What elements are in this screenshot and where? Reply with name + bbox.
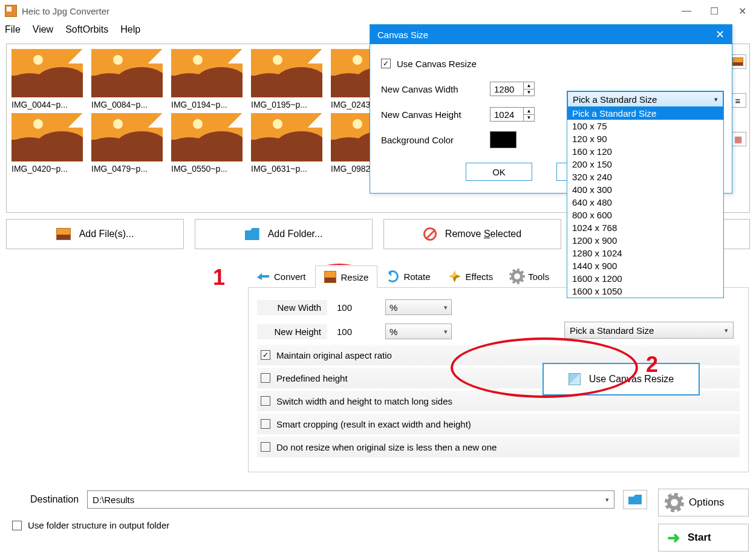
folder-structure-checkbox[interactable] xyxy=(12,521,22,530)
destination-row: Destination D:\Results xyxy=(30,490,647,509)
thumbnail[interactable]: IMG_0044~p... xyxy=(11,49,83,109)
canvas-width-input[interactable] xyxy=(490,82,524,96)
destination-select[interactable]: D:\Results xyxy=(87,490,614,509)
use-canvas-resize-button[interactable]: Use Canvas Resize xyxy=(543,363,700,396)
thumbnail[interactable]: IMG_0084~p... xyxy=(91,49,163,109)
thumbnail-label: IMG_0550~p... xyxy=(171,161,243,174)
canvas-height-label: New Canvas Height xyxy=(381,109,490,120)
height-unit-select[interactable]: % xyxy=(385,324,452,339)
maintain-aspect-checkbox[interactable] xyxy=(261,350,270,360)
thumbnail-label: IMG_0195~p... xyxy=(251,97,322,109)
switch-wh-checkbox[interactable] xyxy=(261,396,270,406)
thumbnail-label: IMG_0084~p... xyxy=(91,97,163,109)
folder-structure-row[interactable]: Use folder structure in output folder xyxy=(12,520,169,530)
thumbnail[interactable]: IMG_0550~p... xyxy=(171,113,243,174)
annotation-2: 2 xyxy=(646,352,658,377)
annotation-1: 1 xyxy=(213,265,225,290)
dropdown-option[interactable]: 400 x 300 xyxy=(567,183,723,196)
bg-color-swatch[interactable] xyxy=(490,131,516,148)
thumbnail[interactable]: IMG_0195~p... xyxy=(251,49,322,109)
dropdown-option[interactable]: Pick a Standard Size xyxy=(567,107,723,120)
dropdown-option[interactable]: 200 x 150 xyxy=(567,158,723,171)
thumbnail-label: IMG_0420~p... xyxy=(11,161,83,174)
add-files-label: Add File(s)... xyxy=(79,229,134,239)
options-button[interactable]: Options xyxy=(658,489,749,516)
thumbnail-label: IMG_0044~p... xyxy=(11,97,83,109)
effects-icon xyxy=(449,270,461,282)
resize-panel: New Width 100 % New Height 100 % Pick a … xyxy=(248,288,749,472)
smart-crop-checkbox[interactable] xyxy=(261,419,270,429)
dropdown-option[interactable]: 160 x 120 xyxy=(567,145,723,158)
dropdown-option[interactable]: 1280 x 1024 xyxy=(567,247,723,259)
dropdown-head[interactable]: Pick a Standard Size xyxy=(567,91,723,107)
tools-icon xyxy=(511,270,523,282)
remove-selected-button[interactable]: Remove Selected xyxy=(383,219,561,249)
new-width-label: New Width xyxy=(257,300,327,315)
destination-browse-button[interactable] xyxy=(623,490,647,509)
dialog-title-bar[interactable]: Canvas Size ✕ xyxy=(370,25,732,44)
app-icon xyxy=(5,5,17,17)
new-height-value[interactable]: 100 xyxy=(337,327,385,337)
spin-down-icon[interactable]: ▼ xyxy=(524,115,534,122)
dropdown-option[interactable]: 120 x 90 xyxy=(567,132,723,145)
thumbnail-label: IMG_0479~p... xyxy=(91,161,163,174)
new-width-value[interactable]: 100 xyxy=(337,302,385,313)
close-button[interactable]: ✕ xyxy=(728,2,756,20)
thumbnail-label: IMG_0194~p... xyxy=(171,97,243,109)
thumbnail[interactable]: IMG_0420~p... xyxy=(11,113,83,174)
menu-view[interactable]: View xyxy=(33,24,53,35)
gear-icon xyxy=(667,495,682,510)
canvas-height-input[interactable] xyxy=(490,107,524,122)
thumbnail[interactable]: IMG_0631~p... xyxy=(251,113,322,174)
dropdown-option[interactable]: 1600 x 1050 xyxy=(567,285,723,298)
tab-resize[interactable]: Resize xyxy=(315,265,378,288)
standard-size-select[interactable]: Pick a Standard Size xyxy=(564,322,734,339)
add-folder-label: Add Folder... xyxy=(268,229,323,239)
no-resize-checkbox[interactable] xyxy=(261,442,270,452)
destination-label: Destination xyxy=(30,494,79,505)
start-button[interactable]: ➜Start xyxy=(658,524,749,552)
spin-down-icon[interactable]: ▼ xyxy=(524,90,534,96)
tab-convert[interactable]: Convert xyxy=(248,265,315,287)
tab-effects[interactable]: Effects xyxy=(440,265,503,287)
dropdown-option[interactable]: 100 x 75 xyxy=(567,120,723,132)
dropdown-option[interactable]: 1024 x 768 xyxy=(567,221,723,234)
dropdown-option[interactable]: 1440 x 900 xyxy=(567,259,723,272)
dropdown-option[interactable]: 800 x 600 xyxy=(567,209,723,221)
canvas-width-spinner[interactable]: ▲▼ xyxy=(490,82,535,96)
dropdown-option[interactable]: 1200 x 900 xyxy=(567,234,723,247)
maximize-button[interactable]: ☐ xyxy=(700,2,728,20)
spin-up-icon[interactable]: ▲ xyxy=(524,108,534,115)
menu-softorbits[interactable]: SoftOrbits xyxy=(65,24,108,35)
menu-help[interactable]: Help xyxy=(120,24,140,35)
use-canvas-resize-checkbox[interactable] xyxy=(381,59,391,68)
width-unit-select[interactable]: % xyxy=(385,299,452,315)
tab-tools[interactable]: Tools xyxy=(502,265,558,287)
no-resize-row[interactable]: Do not resize when original size is less… xyxy=(257,437,740,457)
add-folder-button[interactable]: Add Folder... xyxy=(195,219,373,249)
new-height-label: New Height xyxy=(257,324,327,339)
add-files-button[interactable]: Add File(s)... xyxy=(6,219,184,249)
rotate-icon xyxy=(386,270,399,282)
standard-size-dropdown[interactable]: Pick a Standard Size Pick a Standard Siz… xyxy=(567,91,724,298)
bg-color-label: Background Color xyxy=(381,135,490,145)
minimize-button[interactable]: — xyxy=(673,2,700,20)
arrow-icon: ➜ xyxy=(667,529,680,547)
menu-file[interactable]: File xyxy=(5,24,21,35)
predefined-height-checkbox[interactable] xyxy=(261,373,270,383)
thumbnail[interactable]: IMG_0194~p... xyxy=(171,49,243,109)
dropdown-option[interactable]: 1600 x 1200 xyxy=(567,272,723,285)
dropdown-option[interactable]: 320 x 240 xyxy=(567,171,723,183)
thumbnail[interactable]: IMG_0479~p... xyxy=(91,113,163,174)
maintain-aspect-row[interactable]: Maintain original aspect ratio xyxy=(257,345,740,365)
dialog-ok-button[interactable]: OK xyxy=(466,163,532,181)
dialog-title: Canvas Size xyxy=(377,30,428,40)
dialog-close-button[interactable]: ✕ xyxy=(715,28,725,41)
smart-crop-row[interactable]: Smart cropping (result in exact width an… xyxy=(257,414,740,434)
dropdown-option[interactable]: 640 x 480 xyxy=(567,196,723,209)
convert-icon xyxy=(257,270,269,282)
spin-up-icon[interactable]: ▲ xyxy=(524,82,534,90)
canvas-height-spinner[interactable]: ▲▼ xyxy=(490,107,535,122)
tab-rotate[interactable]: Rotate xyxy=(377,265,439,287)
canvas-width-label: New Canvas Width xyxy=(381,84,490,94)
